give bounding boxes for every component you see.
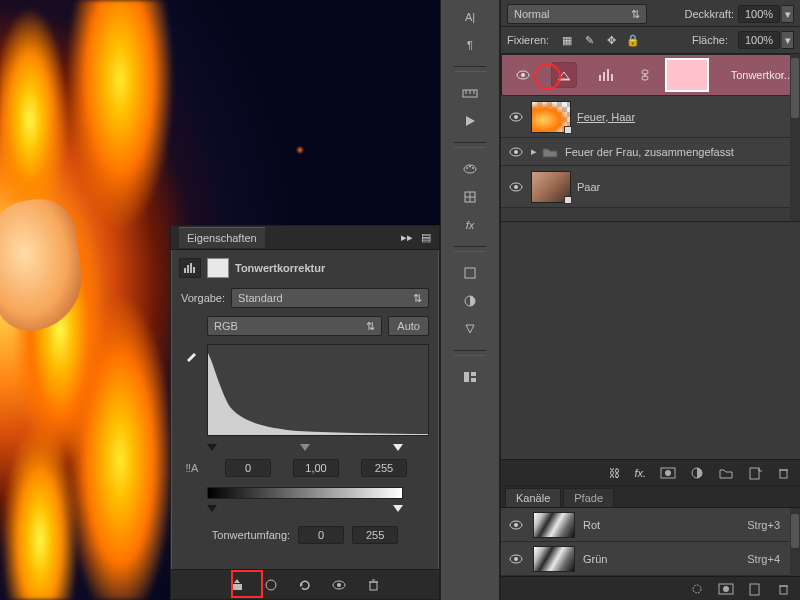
opacity-field[interactable]: [738, 5, 780, 23]
reset-button[interactable]: [295, 575, 315, 595]
collapse-panel-icon[interactable]: ▸▸: [401, 231, 413, 244]
input-slider[interactable]: [207, 444, 403, 451]
measure-icon[interactable]: [459, 82, 481, 104]
channel-name[interactable]: Grün: [583, 553, 607, 565]
vertical-toolbar: A| ¶ fx: [440, 0, 500, 600]
play-icon[interactable]: [459, 110, 481, 132]
channel-thumbnail[interactable]: [533, 512, 575, 538]
channels-tab[interactable]: Kanäle: [505, 488, 561, 507]
delete-layer-button[interactable]: [776, 466, 790, 480]
layer-thumbnail[interactable]: [531, 101, 571, 133]
channel-name[interactable]: Rot: [583, 519, 600, 531]
toggle-visibility-button[interactable]: [329, 575, 349, 595]
adjust-panel-icon[interactable]: [459, 290, 481, 312]
new-group-button[interactable]: [718, 467, 734, 479]
output-white-field[interactable]: [352, 526, 398, 544]
layer-list-empty-area: [501, 222, 800, 459]
paragraph-panel-icon[interactable]: ¶: [459, 34, 481, 56]
wa-icon[interactable]: ‼A: [181, 462, 203, 474]
styles-panel-icon[interactable]: [459, 186, 481, 208]
mask-link-icon[interactable]: [638, 68, 652, 82]
channel-select[interactable]: RGB ⇅: [207, 316, 382, 336]
output-gradient[interactable]: [207, 487, 403, 499]
link-layers-button[interactable]: ⛓: [609, 467, 620, 479]
svg-rect-18: [184, 268, 186, 273]
channel-thumbnail[interactable]: [533, 546, 575, 572]
visibility-toggle[interactable]: [501, 146, 531, 158]
layer-name[interactable]: Feuer, Haar: [577, 111, 635, 123]
panel-group-icon[interactable]: [459, 366, 481, 388]
visibility-toggle[interactable]: [501, 181, 531, 193]
svg-rect-34: [558, 79, 570, 81]
properties-tab[interactable]: Eigenschaften: [179, 227, 265, 248]
layer-list-scrollbar[interactable]: [790, 54, 800, 221]
delete-channel-button[interactable]: [776, 582, 790, 596]
layer-fx-button[interactable]: fx.: [634, 467, 646, 479]
panel-menu-icon[interactable]: ▤: [421, 231, 431, 244]
character-panel-icon[interactable]: A|: [459, 6, 481, 28]
layer-row-tonwertkorrektur[interactable]: Tonwertkor...: [501, 54, 800, 96]
svg-marker-4: [466, 116, 475, 126]
preset-select[interactable]: Standard ⇅: [231, 288, 429, 308]
channels-scrollbar[interactable]: [790, 508, 800, 576]
channel-shortcut: Strg+3: [747, 519, 780, 531]
view-previous-state-button[interactable]: [261, 575, 281, 595]
layer-mask-thumbnail[interactable]: [665, 58, 709, 92]
svg-rect-12: [465, 268, 475, 278]
layer-row-paar[interactable]: Paar: [501, 166, 800, 208]
channels-tabbar: Kanäle Pfade: [501, 486, 800, 508]
clip-indicator[interactable]: [551, 62, 577, 88]
auto-button[interactable]: Auto: [388, 316, 429, 336]
info-panel-icon[interactable]: [459, 262, 481, 284]
svg-point-60: [723, 586, 729, 592]
blend-mode-select[interactable]: Normal ⇅: [507, 4, 647, 24]
load-selection-button[interactable]: [690, 583, 704, 595]
output-slider[interactable]: [207, 505, 403, 512]
layer-name[interactable]: Tonwertkor...: [731, 69, 793, 81]
visibility-toggle[interactable]: [501, 111, 531, 123]
input-white-field[interactable]: [361, 459, 407, 477]
histogram[interactable]: [207, 344, 429, 436]
svg-point-32: [521, 73, 525, 77]
output-black-handle[interactable]: [207, 505, 217, 512]
save-selection-button[interactable]: [718, 583, 734, 595]
visibility-toggle[interactable]: [508, 69, 538, 81]
layer-row-group-feuer-frau[interactable]: ▸ Feuer der Frau, zusammengefasst: [501, 138, 800, 166]
disclosure-triangle-icon[interactable]: ▸: [531, 145, 537, 158]
channel-row-rot[interactable]: Rot Strg+3: [501, 508, 800, 542]
input-gamma-field[interactable]: [293, 459, 339, 477]
delete-adjustment-button[interactable]: [363, 575, 383, 595]
svg-rect-62: [780, 586, 787, 594]
tool-presets-icon[interactable]: [459, 318, 481, 340]
channel-row-gruen[interactable]: Grün Strg+4: [501, 542, 800, 576]
white-slider-handle[interactable]: [393, 444, 403, 451]
swatches-panel-icon[interactable]: [459, 158, 481, 180]
output-black-field[interactable]: [298, 526, 344, 544]
layer-name[interactable]: Paar: [577, 181, 600, 193]
fill-field[interactable]: [738, 31, 780, 49]
layer-thumbnail[interactable]: [531, 171, 571, 203]
mask-thumbnail-icon[interactable]: [207, 258, 229, 278]
lock-transparency-icon[interactable]: ▦: [559, 34, 575, 47]
layer-name[interactable]: Feuer der Frau, zusammengefasst: [565, 146, 734, 158]
output-white-handle[interactable]: [393, 505, 403, 512]
clip-to-layer-button[interactable]: [227, 575, 247, 595]
visibility-toggle[interactable]: [501, 519, 531, 531]
new-adjustment-button[interactable]: [690, 466, 704, 480]
svg-rect-28: [370, 582, 377, 590]
fill-dropdown-icon[interactable]: ▾: [782, 31, 794, 49]
gamma-slider-handle[interactable]: [300, 444, 310, 451]
opacity-dropdown-icon[interactable]: ▾: [782, 5, 794, 23]
black-slider-handle[interactable]: [207, 444, 217, 451]
lock-all-icon[interactable]: 🔒: [625, 34, 641, 47]
lock-pixels-icon[interactable]: ✎: [581, 34, 597, 47]
input-black-field[interactable]: [225, 459, 271, 477]
new-layer-button[interactable]: [748, 466, 762, 480]
new-channel-button[interactable]: [748, 582, 762, 596]
add-mask-button[interactable]: [660, 467, 676, 479]
fx-panel-icon[interactable]: fx: [459, 214, 481, 236]
lock-position-icon[interactable]: ✥: [603, 34, 619, 47]
layer-row-feuer-haar[interactable]: Feuer, Haar: [501, 96, 800, 138]
visibility-toggle[interactable]: [501, 553, 531, 565]
paths-tab[interactable]: Pfade: [563, 488, 614, 507]
